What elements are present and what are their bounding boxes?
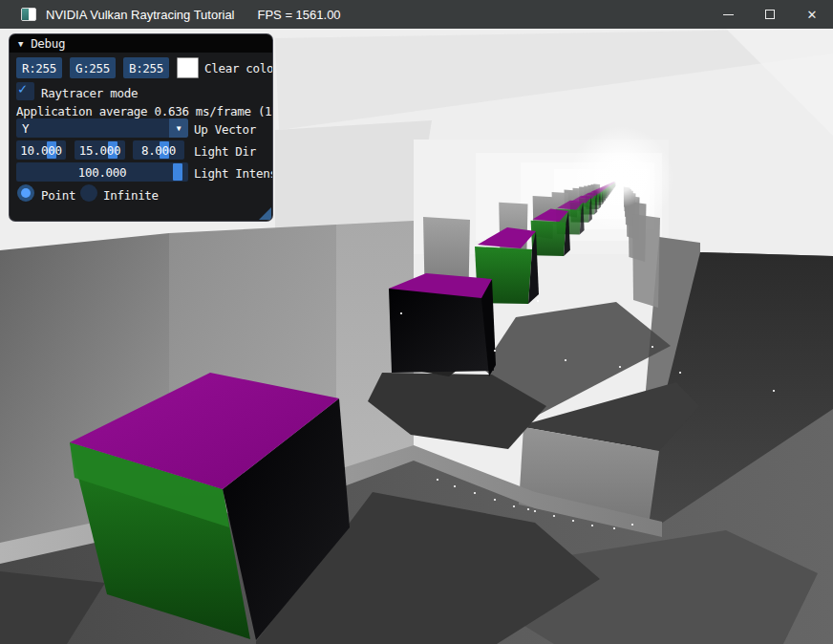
light-dir-y-slider[interactable]: 15.000 [75, 140, 125, 160]
light-dir-z-value: 8.000 [133, 140, 184, 160]
fps-counter: FPS = 1561.00 [258, 8, 341, 22]
app-icon [21, 8, 36, 21]
check-icon: ✓ [18, 80, 27, 97]
point-radio[interactable] [17, 184, 34, 202]
maximize-button[interactable] [749, 0, 791, 29]
light-glow-core [592, 150, 650, 207]
minimize-button[interactable] [707, 0, 749, 29]
point-radio-label: Point [41, 184, 75, 205]
light-type-row: Point Infinite [10, 184, 272, 206]
resize-grip[interactable] [259, 207, 271, 220]
light-intensity-slider[interactable]: 100.000 [16, 162, 188, 182]
perf-text: Application average 0.636 ms/frame (15 [16, 104, 273, 118]
raytracer-row: ✓ Raytracer mode [10, 82, 272, 104]
light-dir-label: Light Dir [194, 140, 256, 161]
window-title: NVIDIA Vulkan Raytracing Tutorial [46, 8, 235, 22]
color-swatch[interactable] [177, 57, 199, 78]
app-window: NVIDIA Vulkan Raytracing Tutorial FPS = … [0, 0, 833, 644]
red-value-button[interactable]: R:255 [16, 57, 62, 78]
maximize-icon [765, 10, 775, 19]
light-dir-y-value: 15.000 [75, 140, 125, 160]
debug-panel-titlebar[interactable]: ▼ Debug [10, 34, 272, 53]
light-intensity-value: 100.000 [16, 162, 188, 182]
up-vector-value: Y [16, 118, 188, 138]
blue-value-button[interactable]: B:255 [123, 57, 169, 78]
debug-panel[interactable]: ▼ Debug R:255 G:255 B:255 Clear color ✓ … [9, 33, 273, 222]
raytracer-label: Raytracer mode [41, 82, 138, 103]
up-vector-combo[interactable]: Y ▼ [16, 118, 188, 138]
light-intensity-row: 100.000 Light Intens [10, 162, 272, 184]
light-dir-x-value: 10.000 [16, 140, 66, 160]
minimize-icon [723, 14, 734, 15]
green-value-button[interactable]: G:255 [70, 57, 116, 78]
clear-color-label: Clear color [204, 57, 273, 78]
debug-panel-title: Debug [31, 36, 65, 51]
light-dir-z-slider[interactable]: 8.000 [133, 140, 184, 160]
window-titlebar[interactable]: NVIDIA Vulkan Raytracing Tutorial FPS = … [0, 0, 833, 29]
light-dir-x-slider[interactable]: 10.000 [16, 140, 66, 160]
radio-dot [21, 188, 31, 198]
infinite-radio[interactable] [80, 184, 97, 202]
raytracer-checkbox[interactable]: ✓ [16, 82, 34, 100]
close-button[interactable]: ✕ [791, 0, 833, 29]
combo-arrow-icon[interactable]: ▼ [169, 118, 188, 138]
collapse-arrow-icon[interactable]: ▼ [18, 39, 23, 49]
up-vector-label: Up Vector [194, 118, 256, 140]
light-intensity-label: Light Intens [194, 162, 273, 183]
light-dir-row: 10.000 15.000 8.000 Light Dir [10, 140, 272, 162]
close-icon: ✕ [807, 9, 818, 21]
up-vector-row: Y ▼ Up Vector [10, 118, 272, 140]
infinite-radio-label: Infinite [103, 184, 159, 205]
clear-color-row: R:255 G:255 B:255 Clear color [10, 57, 272, 79]
